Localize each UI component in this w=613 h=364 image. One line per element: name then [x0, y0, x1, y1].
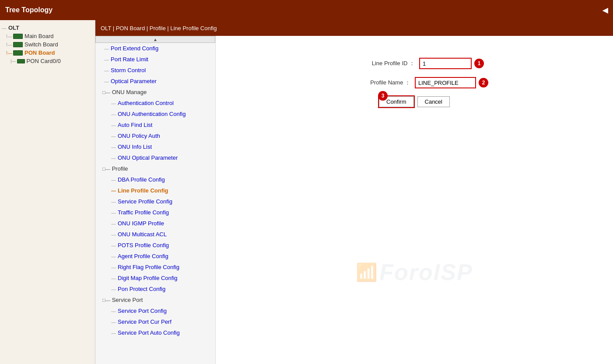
nav-item-onu-info-list[interactable]: — ONU Info List	[95, 141, 215, 152]
card-icon-pon	[17, 59, 25, 63]
nav-content: — Port Extend Config — Port Rate Limit —…	[95, 43, 215, 338]
step-badge-1: 1	[474, 59, 484, 68]
tree-dash-1: !—	[6, 34, 12, 39]
nav-item-onu-multicast-acl[interactable]: — ONU Multicast ACL	[95, 229, 215, 240]
watermark-wifi-icon: 📶	[356, 262, 378, 283]
pon-board-label: PON Board	[25, 49, 55, 56]
nav-item-agent-profile-config[interactable]: — Agent Profile Config	[95, 251, 215, 262]
tree-dash-4: |—	[11, 59, 16, 63]
step-badge-3: 3	[378, 91, 388, 101]
nav-dash: —	[111, 308, 116, 314]
olt-label: OLT	[8, 24, 19, 31]
tree-dash-2: !—	[6, 42, 12, 47]
nav-dash: —	[111, 243, 116, 248]
nav-dash: —	[111, 254, 116, 259]
nav-dash: —	[111, 287, 116, 292]
nav-dash: —	[111, 232, 116, 237]
nav-section-onu-manage[interactable]: □— ONU Manage	[95, 87, 215, 98]
nav-dash: —	[104, 68, 109, 73]
nav-section-service-port[interactable]: □— Service Port	[95, 294, 215, 305]
nav-item-onu-auth-config[interactable]: — ONU Authentication Config	[95, 108, 215, 119]
main-board-label: Main Board	[25, 33, 53, 39]
nav-item-authentication-control[interactable]: — Authentication Control	[95, 98, 215, 108]
nav-item-onu-policy-auth[interactable]: — ONU Policy Auth	[95, 130, 215, 141]
nav-dash: —	[111, 319, 116, 325]
profile-name-row: Profile Name ： 2	[233, 77, 595, 88]
nav-dash: —	[104, 79, 109, 84]
nav-section-profile[interactable]: □— Profile	[95, 163, 215, 174]
tree-dash-3: !—	[6, 50, 12, 56]
watermark: 📶 ForoISP	[356, 259, 473, 285]
nav-item-service-port-cur-perf[interactable]: — Service Port Cur Perf	[95, 316, 215, 327]
nav-dash: —	[111, 133, 116, 139]
nav-dash: —	[111, 101, 116, 106]
nav-dash: —	[111, 112, 116, 117]
nav-item-service-profile-config[interactable]: — Service Profile Config	[95, 196, 215, 207]
section-minus-icon-2: □—	[102, 166, 110, 172]
nav-dash: —	[111, 155, 116, 161]
tree-node-switch-board[interactable]: !— Switch Board	[2, 40, 93, 49]
nav-item-storm-control[interactable]: — Storm Control	[95, 65, 215, 76]
nav-dash: —	[111, 210, 116, 215]
tree-node-main-board[interactable]: !— Main Board	[2, 32, 93, 40]
nav-dash: —	[111, 330, 116, 336]
tree-node-pon-board[interactable]: !— PON Board	[2, 49, 93, 57]
breadcrumb: OLT | PON Board | Profile | Line Profile…	[95, 20, 613, 36]
switch-board-label: Switch Board	[25, 41, 58, 48]
nav-item-port-extend-config[interactable]: — Port Extend Config	[95, 43, 215, 54]
profile-name-input[interactable]	[415, 77, 476, 88]
profile-name-label: Profile Name ：	[340, 79, 410, 87]
nav-dash: —	[111, 265, 116, 270]
nav-dash: —	[111, 177, 116, 182]
tree-node-pon-card[interactable]: |— PON Card0/0	[2, 57, 93, 65]
content-body: ▲ — Port Extend Config — Port Rate Limit…	[95, 36, 613, 364]
nav-item-traffic-profile-config[interactable]: — Traffic Profile Config	[95, 207, 215, 218]
board-icon-pon	[13, 50, 23, 56]
watermark-text: ForoISP	[379, 259, 473, 285]
tree-view: — OLT !— Main Board !— Switch Board !— P…	[0, 20, 95, 69]
nav-dash: —	[111, 122, 116, 128]
section-minus-icon: □—	[102, 90, 110, 95]
nav-item-service-port-auto-config[interactable]: — Service Port Auto Config	[95, 327, 215, 338]
nav-dash: —	[104, 57, 109, 62]
nav-panel: ▲ — Port Extend Config — Port Rate Limit…	[95, 36, 216, 364]
nav-item-onu-igmp-profile[interactable]: — ONU IGMP Profile	[95, 218, 215, 229]
line-profile-id-label: Line Profile ID ：	[345, 60, 415, 67]
collapse-icon[interactable]: ◀	[602, 6, 608, 14]
nav-dash: —	[111, 221, 116, 226]
board-icon-switch	[13, 42, 23, 47]
form-buttons: 3 Confirm Cancel	[233, 96, 595, 107]
board-icon-main	[13, 34, 23, 39]
pon-card-label: PON Card0/0	[27, 58, 61, 64]
nav-dash: —	[111, 188, 116, 193]
nav-dash: —	[111, 199, 116, 204]
tree-node-olt[interactable]: — OLT	[2, 24, 93, 32]
form-container: Line Profile ID ： 1 Profile Name ： 2 3	[224, 45, 604, 120]
nav-item-dba-profile-config[interactable]: — DBA Profile Config	[95, 174, 215, 185]
line-profile-id-input[interactable]	[419, 58, 472, 69]
nav-dash: —	[111, 144, 116, 150]
nav-item-pots-profile-config[interactable]: — POTS Profile Config	[95, 240, 215, 251]
nav-item-right-flag-profile-config[interactable]: — Right Flag Profile Config	[95, 262, 215, 273]
nav-item-onu-optical-parameter[interactable]: — ONU Optical Parameter	[95, 152, 215, 163]
nav-item-service-port-config[interactable]: — Service Port Config	[95, 305, 215, 316]
content-area: OLT | PON Board | Profile | Line Profile…	[95, 20, 613, 364]
line-profile-id-row: Line Profile ID ： 1	[233, 58, 595, 69]
nav-dash: —	[104, 46, 109, 51]
section-minus-icon-3: □—	[102, 298, 110, 303]
main-form-area: 📶 ForoISP Line Profile ID ： 1 Profile Na…	[216, 36, 613, 364]
nav-item-pon-protect-config[interactable]: — Pon Protect Config	[95, 284, 215, 294]
app-header: Tree Topology ◀	[0, 0, 613, 20]
step-badge-2: 2	[479, 78, 488, 88]
nav-item-port-rate-limit[interactable]: — Port Rate Limit	[95, 54, 215, 65]
cancel-button[interactable]: Cancel	[417, 96, 450, 107]
nav-dash: —	[111, 276, 116, 281]
sidebar-tree-panel: — OLT !— Main Board !— Switch Board !— P…	[0, 20, 95, 364]
scroll-up-button[interactable]: ▲	[95, 36, 215, 43]
nav-item-digit-map-profile-config[interactable]: — Digit Map Profile Config	[95, 273, 215, 284]
breadcrumb-text: OLT | PON Board | Profile | Line Profile…	[101, 25, 217, 32]
nav-item-line-profile-config[interactable]: — Line Profile Config	[95, 185, 215, 196]
nav-item-auto-find-list[interactable]: — Auto Find List	[95, 119, 215, 130]
app-title: Tree Topology	[5, 6, 53, 14]
nav-item-optical-parameter[interactable]: — Optical Parameter	[95, 76, 215, 87]
